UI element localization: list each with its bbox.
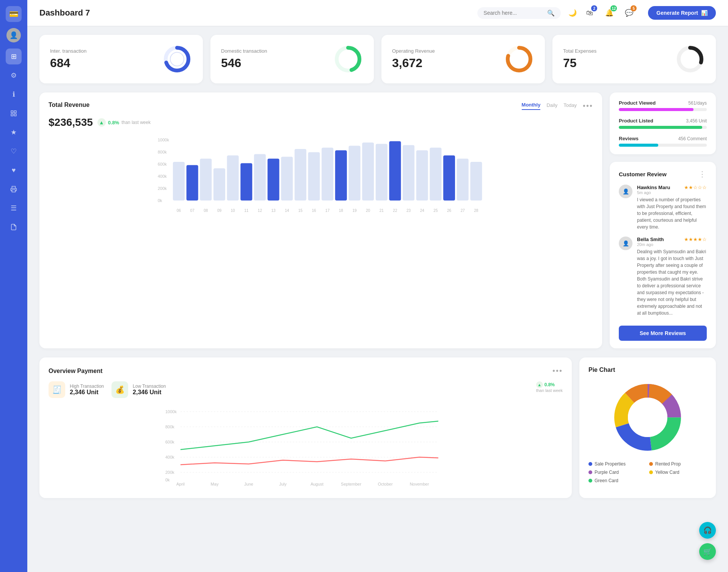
theme-toggle-icon[interactable]: 🌙 (568, 9, 577, 17)
metric-label-viewed: Product Viewed (619, 100, 656, 106)
chart-menu-dots[interactable]: ••• (583, 102, 593, 110)
svg-text:May: May (211, 482, 219, 486)
svg-text:15: 15 (298, 208, 303, 212)
stat-info-expenses: Total Expenses 75 (563, 48, 596, 70)
svg-rect-30 (308, 152, 320, 201)
sidebar-item-settings[interactable]: ⚙ (6, 67, 22, 83)
svg-text:27: 27 (461, 208, 465, 212)
legend-rented-prop: Rented Prop (649, 461, 707, 467)
payment-title: Overview Payment (49, 368, 102, 375)
svg-rect-34 (362, 143, 374, 201)
sidebar-item-heart[interactable]: ♡ (6, 143, 22, 159)
chart-header: Total Revenue Monthly Daily Today ••• (49, 102, 593, 110)
legend-label-sale: Sale Properties (595, 461, 626, 467)
svg-rect-27 (268, 159, 279, 201)
svg-text:26: 26 (447, 208, 452, 212)
chat-icon-btn[interactable]: 💬 5 (622, 6, 636, 20)
metric-bar-viewed (619, 108, 693, 111)
svg-text:13: 13 (271, 208, 276, 212)
legend-label-purple: Purple Card (595, 470, 619, 475)
svg-rect-35 (376, 144, 388, 201)
svg-rect-4 (12, 190, 16, 192)
payment-stat-low: 💰 Low Transaction 2,346 Unit (111, 381, 166, 398)
generate-report-label: Generate Report (656, 10, 698, 16)
chart-title: Total Revenue (49, 102, 89, 108)
sidebar-item-list[interactable]: ☰ (6, 200, 22, 216)
review-avatar-1: 👤 (619, 237, 632, 250)
tab-monthly[interactable]: Monthly (522, 102, 541, 110)
svg-text:19: 19 (352, 208, 357, 212)
see-more-reviews-button[interactable]: See More Reviews (619, 326, 707, 341)
sidebar-item-docs[interactable] (6, 219, 22, 235)
pie-chart-svg (610, 379, 686, 455)
float-cart-button[interactable]: 🛒 (699, 543, 716, 560)
sidebar-logo[interactable]: 💳 (6, 6, 22, 22)
metric-value-listed: 3,456 Unit (686, 118, 707, 124)
tab-today[interactable]: Today (563, 102, 577, 110)
stat-info-inter: Inter. transaction 684 (50, 48, 86, 70)
svg-rect-39 (430, 148, 441, 201)
legend-sale-properties: Sale Properties (588, 461, 646, 467)
review-time-0: 5m ago (637, 190, 707, 195)
svg-text:400k: 400k (165, 455, 174, 459)
stat-card-total-expenses: Total Expenses 75 (552, 35, 716, 83)
svg-point-7 (170, 52, 184, 66)
reviews-menu-dots[interactable]: ⋮ (698, 169, 707, 179)
payment-pct-label: than last week (536, 388, 563, 393)
svg-text:August: August (311, 482, 323, 486)
svg-text:16: 16 (312, 208, 316, 212)
sidebar-item-analytics[interactable] (6, 105, 22, 121)
review-name-1: Bella Smith (637, 237, 664, 242)
sidebar-item-favorites[interactable]: ★ (6, 124, 22, 140)
search-input[interactable] (483, 10, 544, 16)
payment-header: Overview Payment ••• (49, 367, 563, 375)
pie-chart-card: Pie Chart (579, 357, 716, 498)
stat-value-expenses: 75 (563, 56, 596, 70)
search-icon[interactable]: 🔍 (547, 9, 555, 17)
float-support-button[interactable]: 🎧 (699, 522, 716, 539)
revenue-pct: 0.8% (108, 120, 119, 125)
svg-text:October: October (378, 482, 392, 486)
svg-rect-28 (281, 157, 293, 201)
bottom-row: Overview Payment ••• 🧾 High Transaction … (39, 357, 716, 498)
review-name-0: Hawkins Maru (637, 185, 670, 190)
high-transaction-icon: 🧾 (49, 381, 65, 398)
svg-text:10: 10 (231, 208, 235, 212)
svg-text:800k: 800k (165, 425, 174, 429)
generate-report-button[interactable]: Generate Report 📊 (648, 6, 716, 20)
shop-icon-btn[interactable]: 🛍 2 (583, 6, 596, 20)
svg-text:07: 07 (190, 208, 195, 212)
bell-badge: 12 (610, 5, 617, 11)
legend-label-rented: Rented Prop (655, 461, 681, 467)
review-text-0: I viewed a number of properties with Jus… (637, 196, 707, 230)
header: Dashboard 7 🔍 🌙 🛍 2 🔔 12 💬 5 Generate Re… (27, 0, 728, 26)
legend-dot-sale (588, 462, 592, 466)
low-transaction-value: 2,346 Unit (133, 389, 166, 396)
metric-label-reviews: Reviews (619, 136, 639, 141)
sidebar-item-print[interactable] (6, 181, 22, 197)
sidebar-item-info[interactable]: ℹ (6, 86, 22, 102)
metric-value-reviews: 456 Comment (678, 136, 707, 141)
sidebar-item-dashboard[interactable]: ⊞ (6, 49, 22, 64)
tab-daily[interactable]: Daily (546, 102, 557, 110)
payment-menu-dots[interactable]: ••• (552, 367, 563, 375)
payment-stats: 🧾 High Transaction 2,346 Unit 💰 Low Tran… (49, 381, 563, 398)
stat-card-operating-revenue: Operating Revenue 3,672 (381, 35, 545, 83)
chart-tabs: Monthly Daily Today ••• (522, 102, 593, 110)
high-transaction-value: 2,346 Unit (70, 389, 104, 396)
svg-text:25: 25 (433, 208, 438, 212)
svg-text:400k: 400k (158, 174, 167, 179)
sidebar-item-heart2[interactable]: ♥ (6, 162, 22, 178)
svg-rect-41 (457, 159, 469, 201)
svg-rect-38 (416, 150, 428, 201)
svg-text:21: 21 (380, 208, 384, 212)
revenue-value: $236,535 (49, 116, 93, 129)
metrics-card: Product Viewed 561/days Product Listed 3… (610, 92, 716, 154)
svg-text:23: 23 (406, 208, 411, 212)
bell-icon-btn[interactable]: 🔔 12 (602, 6, 616, 20)
review-stars-0: ★★☆☆☆ (684, 185, 707, 190)
svg-text:April: April (176, 482, 185, 486)
sidebar-avatar[interactable]: 👤 (6, 28, 21, 42)
svg-point-90 (628, 398, 667, 437)
sidebar: 💳 👤 ⊞ ⚙ ℹ ★ ♡ ♥ ☰ (0, 0, 27, 572)
